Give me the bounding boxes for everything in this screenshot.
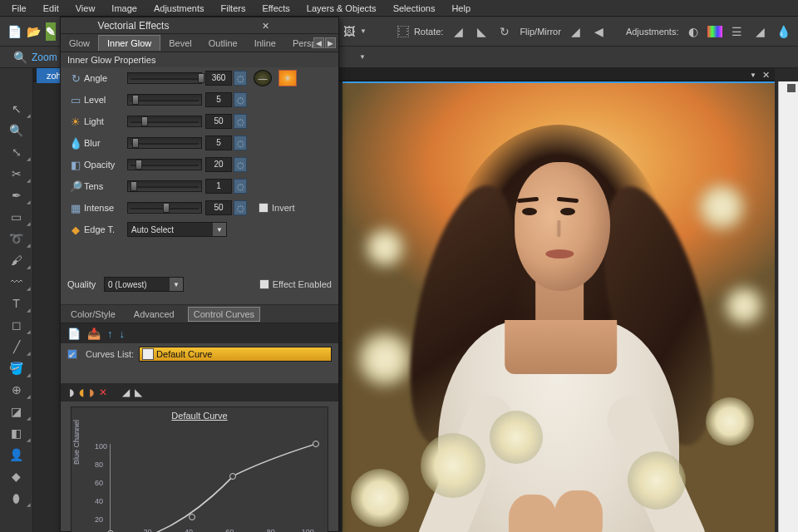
tab-prev-icon[interactable]: ◀ (313, 37, 324, 48)
saturation-icon[interactable]: 💧 (774, 22, 792, 41)
light-value[interactable]: 50 (205, 114, 232, 129)
hue-icon[interactable] (707, 26, 722, 37)
line-tool[interactable]: ╱◢ (0, 336, 32, 357)
quality-dropdown[interactable]: 0 (Lowest)▼ (104, 277, 184, 292)
curve-down-icon[interactable]: ↓ (120, 328, 126, 340)
right-scrollbar[interactable] (778, 81, 798, 532)
invert-checkbox[interactable] (259, 203, 268, 213)
intense-slider[interactable] (127, 202, 202, 214)
tab-inner-glow[interactable]: Inner Glow (98, 35, 160, 51)
curve-point[interactable] (189, 514, 195, 520)
lasso-tool[interactable]: ➰◢ (0, 228, 32, 249)
tens-slider[interactable] (127, 180, 202, 192)
tab-color-style[interactable]: Color/Style (66, 308, 121, 321)
panel-titlebar[interactable]: Vectorial Effects × (61, 17, 338, 34)
brush-tool[interactable]: 🖌◢ (0, 249, 32, 271)
pointer-tool[interactable]: ⤡◢ (0, 141, 32, 163)
menu-help[interactable]: Help (443, 2, 479, 15)
arrow-down-icon[interactable]: ▼ (353, 48, 372, 66)
crop-tool[interactable]: ✂◢ (0, 163, 32, 185)
import-curve-icon[interactable]: 📥 (87, 328, 101, 340)
flip-v-icon[interactable]: ◀ (590, 22, 608, 41)
tab-control-curves[interactable]: Control Curves (188, 307, 260, 322)
spin-button[interactable]: ◌ (234, 157, 247, 172)
flip-h-icon[interactable]: ◢ (567, 22, 585, 41)
zoom-tool[interactable]: 🔍 (0, 120, 32, 141)
curve-graph[interactable]: Default Curve Blue Channel 100 80 60 40 … (71, 406, 328, 532)
move-tool[interactable]: ↖◢ (0, 98, 32, 120)
menu-selections[interactable]: Selections (385, 2, 444, 15)
image-icon[interactable]: 🖼 (343, 22, 355, 41)
curves-list-checkbox[interactable]: ✔ (67, 349, 77, 359)
tab-close-icon[interactable]: ✕ (762, 70, 770, 81)
pen-tool[interactable]: ✒◢ (0, 185, 32, 206)
shape-tool[interactable]: ◻◢ (0, 314, 32, 336)
opacity-slider[interactable] (127, 159, 202, 170)
menu-effects[interactable]: Effects (254, 2, 298, 15)
brightness-icon[interactable]: ◢ (751, 22, 769, 41)
angle-value[interactable]: 360 (205, 71, 232, 86)
eraser-tool[interactable]: ◪◢ (0, 401, 32, 422)
hand-tool[interactable]: ◆ (0, 466, 32, 487)
levels-icon[interactable]: ☰ (727, 22, 746, 41)
blur-value[interactable]: 5 (205, 135, 232, 150)
marquee-tool[interactable]: ▭◢ (0, 206, 32, 228)
rotate-menu-icon[interactable]: ⋮⋮ (397, 26, 409, 37)
level-slider[interactable] (127, 94, 202, 106)
new-file-icon[interactable]: 📄 (7, 22, 22, 41)
tab-advanced[interactable]: Advanced (129, 308, 180, 321)
menu-file[interactable]: File (3, 2, 35, 15)
menu-image[interactable]: Image (103, 2, 145, 15)
clone-tool[interactable]: ⊕◢ (0, 379, 32, 401)
effect-enabled-checkbox[interactable] (259, 279, 269, 289)
menu-adjustments[interactable]: Adjustments (145, 2, 213, 15)
tens-value[interactable]: 1 (205, 179, 232, 194)
tab-inline[interactable]: Inline (246, 36, 284, 51)
tab-outline[interactable]: Outline (200, 36, 246, 51)
tab-next-icon[interactable]: ▶ (325, 37, 336, 48)
open-file-icon[interactable]: 📂 (27, 22, 41, 41)
spin-button[interactable]: ◌ (234, 71, 247, 86)
tab-glow[interactable]: Glow (61, 36, 98, 51)
angle-gradient-icon[interactable]: — (254, 70, 272, 86)
fill-tool[interactable]: 🪣◢ (0, 357, 32, 379)
graph-flip-v-icon[interactable]: ◣ (135, 387, 142, 398)
spin-button[interactable]: ◌ (234, 200, 247, 215)
blur-slider[interactable] (127, 137, 202, 149)
spin-button[interactable]: ◌ (234, 114, 247, 129)
eyedropper-tool[interactable]: 👤 (0, 444, 32, 466)
edge-type-dropdown[interactable]: Auto Select▼ (127, 222, 227, 237)
plot-area[interactable]: 20 40 60 80 100 (110, 444, 316, 532)
app-logo-icon[interactable]: ✎ (46, 22, 56, 41)
close-icon[interactable]: × (200, 19, 332, 32)
gradient-tool[interactable]: ◧◢ (0, 422, 32, 444)
spin-button[interactable]: ◌ (234, 92, 247, 107)
menu-layers[interactable]: Layers & Objects (298, 2, 385, 15)
rotate-180-icon[interactable]: ↻ (495, 22, 514, 41)
level-value[interactable]: 5 (205, 92, 232, 107)
contrast-icon[interactable]: ◐ (684, 22, 702, 41)
misc-tool[interactable]: ⬮◢ (0, 487, 32, 509)
curve-up-icon[interactable]: ↑ (107, 328, 113, 340)
rotate-right-icon[interactable]: ◣ (472, 22, 490, 41)
menu-edit[interactable]: Edit (35, 2, 67, 15)
image-canvas[interactable] (342, 81, 775, 532)
menu-view[interactable]: View (67, 2, 104, 15)
menu-filters[interactable]: Filters (212, 2, 254, 15)
tab-dropdown-icon[interactable]: ▼ (750, 71, 756, 79)
spin-button[interactable]: ◌ (234, 135, 247, 150)
rotate-left-icon[interactable]: ◢ (449, 22, 467, 41)
tab-bevel[interactable]: Bevel (160, 36, 200, 51)
graph-curve-icon[interactable]: ◖ (79, 387, 84, 398)
angle-slider[interactable] (127, 72, 202, 84)
dropdown-arrow-icon[interactable]: ▼ (360, 22, 367, 41)
intense-value[interactable]: 50 (205, 200, 232, 215)
spin-button[interactable]: ◌ (234, 179, 247, 194)
curves-list-item[interactable]: Default Curve (139, 347, 332, 362)
sun-icon[interactable]: ☀ (278, 70, 297, 86)
graph-flip-h-icon[interactable]: ◢ (122, 387, 130, 398)
curve-point[interactable] (313, 441, 319, 447)
opacity-value[interactable]: 20 (205, 157, 232, 172)
graph-flag-icon[interactable]: ◗ (69, 387, 74, 398)
text-tool[interactable]: T◢ (0, 293, 32, 314)
